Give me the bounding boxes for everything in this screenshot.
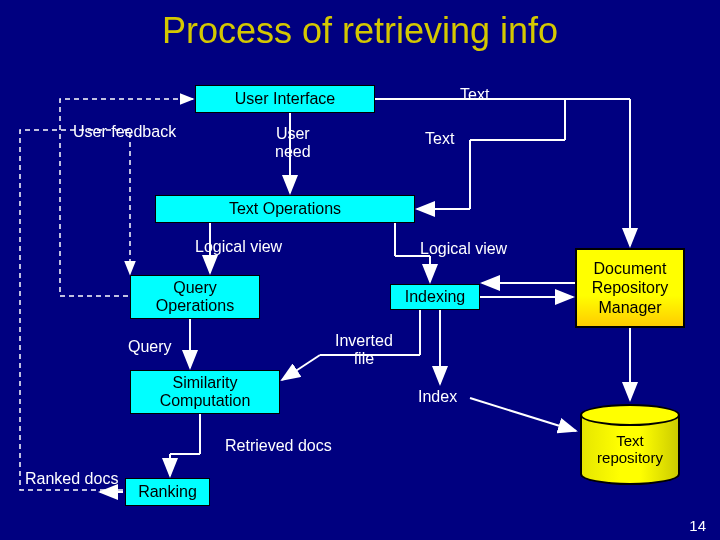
box-text-operations: Text Operations bbox=[155, 195, 415, 223]
label-text-right: Text bbox=[425, 130, 454, 148]
svg-line-20 bbox=[470, 398, 576, 431]
box-query-operations: Query Operations bbox=[130, 275, 260, 319]
box-user-interface: User Interface bbox=[195, 85, 375, 113]
page-number: 14 bbox=[689, 517, 706, 534]
label-query: Query bbox=[128, 338, 172, 356]
label-index: Index bbox=[418, 388, 457, 406]
label-retrieved-docs: Retrieved docs bbox=[225, 437, 332, 455]
label-logical-view-right: Logical view bbox=[420, 240, 507, 258]
box-ranking: Ranking bbox=[125, 478, 210, 506]
label-inverted-file: Inverted file bbox=[335, 332, 393, 368]
label-logical-view-left: Logical view bbox=[195, 238, 282, 256]
box-indexing: Indexing bbox=[390, 284, 480, 310]
svg-line-19 bbox=[282, 355, 320, 380]
box-similarity-computation: Similarity Computation bbox=[130, 370, 280, 414]
label-ranked-docs: Ranked docs bbox=[25, 470, 118, 488]
page-title: Process of retrieving info bbox=[162, 10, 558, 52]
box-document-repository-manager: Document Repository Manager bbox=[575, 248, 685, 328]
cylinder-text-repository: Text repository bbox=[580, 415, 680, 485]
label-text-top: Text bbox=[460, 86, 489, 104]
label-user-feedback: User feedback bbox=[73, 123, 176, 141]
label-user-need: User need bbox=[275, 125, 311, 161]
